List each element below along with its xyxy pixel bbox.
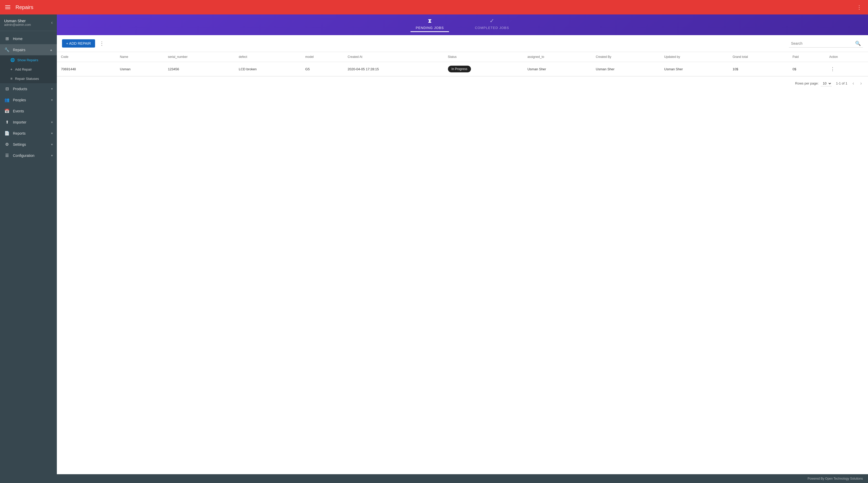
sidebar-item-show-repairs[interactable]: 🌐 Show Repairs [0, 55, 57, 65]
sidebar-item-products[interactable]: ⊟ Products ▾ [0, 83, 57, 94]
peoples-icon: 👥 [4, 97, 10, 102]
table-section: + ADD REPAIR ⋮ 🔍 Code Name serial_number… [57, 35, 868, 474]
importer-icon: ⬆ [4, 120, 10, 125]
col-code: Code [57, 52, 116, 62]
sidebar-item-importer-label: Importer [13, 120, 48, 124]
cell-created-at: 2020-04-05 17:28:15 [344, 62, 444, 76]
prev-page-button[interactable]: ‹ [851, 80, 855, 87]
sidebar-item-reports[interactable]: 📄 Reports ▾ [0, 128, 57, 139]
cell-serial: 123456 [164, 62, 235, 76]
repairs-icon: 🔧 [4, 47, 10, 52]
settings-icon: ⚙ [4, 142, 10, 147]
sidebar-item-settings[interactable]: ⚙ Settings ▾ [0, 139, 57, 150]
row-action-button[interactable]: ⋮ [829, 65, 836, 73]
sidebar-item-settings-label: Settings [13, 142, 48, 147]
sidebar-item-importer[interactable]: ⬆ Importer ▾ [0, 117, 57, 128]
repair-statuses-icon: ≡ [10, 77, 12, 81]
sidebar-item-configuration[interactable]: ☰ Configuration ▾ [0, 150, 57, 161]
sidebar-user-section: Usman Sher admin@admin.com ‹ [0, 14, 57, 31]
sidebar-item-home[interactable]: ⊞ Home [0, 33, 57, 44]
col-defect: defect [235, 52, 301, 62]
sidebar-item-events[interactable]: 📅 Events [0, 105, 57, 117]
main-layout: Usman Sher admin@admin.com ‹ ⊞ Home 🔧 Re… [0, 14, 868, 483]
table-header-row: Code Name serial_number defect model Cre… [57, 52, 868, 62]
col-name: Name [116, 52, 164, 62]
cell-name: Usman [116, 62, 164, 76]
col-assigned-to: assigned_to [523, 52, 592, 62]
tab-pending-jobs-label: PENDING JOBS [416, 26, 444, 30]
rows-per-page-container: Rows per page: 10 25 50 [795, 81, 832, 86]
user-name: Usman Sher [4, 19, 31, 23]
col-paid: Paid [788, 52, 825, 62]
tab-pending-jobs[interactable]: ⧗ PENDING JOBS [410, 18, 449, 32]
footer-text: Powered By Open Technology Solutions [808, 477, 863, 480]
search-icon[interactable]: 🔍 [855, 40, 861, 46]
col-updated-by: Updated by [660, 52, 728, 62]
importer-arrow-icon: ▾ [51, 120, 53, 124]
footer: Powered By Open Technology Solutions [57, 474, 868, 483]
col-created-by: Created By [592, 52, 660, 62]
add-repair-button[interactable]: + ADD REPAIR [62, 39, 95, 48]
table-row: 70691448 Usman 123456 LCD broken G5 2020… [57, 62, 868, 76]
toolbar: + ADD REPAIR ⋮ 🔍 [57, 35, 868, 52]
col-serial: serial_number [164, 52, 235, 62]
tab-completed-jobs[interactable]: ✓ COMPLETED JOBS [470, 18, 514, 32]
home-icon: ⊞ [4, 36, 10, 41]
topbar: Repairs ⋮ [0, 0, 868, 14]
products-arrow-icon: ▾ [51, 87, 53, 91]
sidebar-collapse-button[interactable]: ‹ [51, 20, 53, 25]
search-container: 🔍 [789, 39, 863, 48]
settings-arrow-icon: ▾ [51, 143, 53, 146]
pending-jobs-icon: ⧗ [428, 18, 432, 24]
show-repairs-globe-icon: 🌐 [10, 58, 15, 62]
peoples-arrow-icon: ▾ [51, 98, 53, 102]
rows-per-page-select[interactable]: 10 25 50 [821, 81, 832, 86]
sidebar: Usman Sher admin@admin.com ‹ ⊞ Home 🔧 Re… [0, 14, 57, 483]
sidebar-item-reports-label: Reports [13, 131, 48, 135]
cell-code: 70691448 [57, 62, 116, 76]
sidebar-item-add-repair[interactable]: + Add Repair [0, 65, 57, 74]
cell-model: G5 [301, 62, 344, 76]
sidebar-item-repair-statuses[interactable]: ≡ Repair Statuses [0, 74, 57, 83]
pagination: Rows per page: 10 25 50 1-1 of 1 ‹ › [57, 76, 868, 90]
sidebar-item-events-label: Events [13, 109, 53, 113]
reports-arrow-icon: ▾ [51, 131, 53, 135]
search-input[interactable] [791, 41, 853, 46]
cell-updated-by: Usman Sher [660, 62, 728, 76]
sidebar-item-configuration-label: Configuration [13, 153, 48, 158]
col-grand-total: Grand total [728, 52, 788, 62]
topbar-left: Repairs [4, 4, 33, 10]
cell-grand-total: 10$ [728, 62, 788, 76]
rows-per-page-label: Rows per page: [795, 82, 819, 85]
sidebar-item-repairs[interactable]: 🔧 Repairs ▲ [0, 44, 57, 55]
topbar-more-button[interactable]: ⋮ [855, 2, 864, 12]
products-icon: ⊟ [4, 86, 10, 91]
cell-action: ⋮ [825, 62, 868, 76]
show-repairs-label: Show Repairs [17, 58, 38, 62]
topbar-right: ⋮ [855, 2, 864, 12]
cell-created-by: Usman Sher [592, 62, 660, 76]
sidebar-item-products-label: Products [13, 87, 48, 91]
events-icon: 📅 [4, 109, 10, 114]
menu-icon[interactable] [4, 4, 11, 10]
tab-header: ⧗ PENDING JOBS ✓ COMPLETED JOBS [57, 14, 868, 35]
sidebar-item-repairs-label: Repairs [13, 48, 46, 52]
col-created-at: Created At [344, 52, 444, 62]
cell-status: In Progress [444, 62, 523, 76]
sidebar-item-peoples[interactable]: 👥 Peoples ▾ [0, 94, 57, 105]
col-model: model [301, 52, 344, 62]
page-info: 1-1 of 1 [836, 82, 847, 85]
user-email: admin@admin.com [4, 23, 31, 27]
next-page-button[interactable]: › [859, 80, 863, 87]
col-status: Status [444, 52, 523, 62]
configuration-arrow-icon: ▾ [51, 154, 53, 157]
app-title: Repairs [16, 4, 33, 10]
cell-paid: 0$ [788, 62, 825, 76]
user-info: Usman Sher admin@admin.com [4, 19, 31, 27]
status-badge: In Progress [448, 66, 471, 72]
toolbar-more-button[interactable]: ⋮ [97, 39, 106, 48]
add-repair-label: Add Repair [15, 67, 32, 71]
configuration-icon: ☰ [4, 153, 10, 158]
sidebar-item-home-label: Home [13, 37, 53, 41]
col-action: Action [825, 52, 868, 62]
